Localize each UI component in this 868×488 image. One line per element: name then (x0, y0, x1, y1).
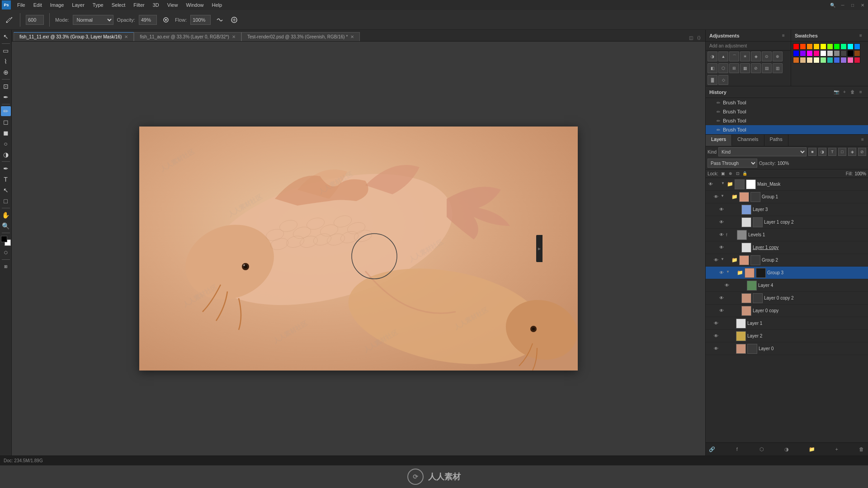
select-color-adj[interactable]: ◇ (718, 75, 728, 85)
eye-group3[interactable]: 👁 (718, 270, 725, 276)
zoom-tool[interactable]: 🔍 (1, 221, 11, 231)
swatch-green[interactable] (834, 43, 840, 50)
levels-adj[interactable]: ▲ (718, 52, 728, 61)
menu-image[interactable]: Image (47, 1, 68, 9)
swatch-purple[interactable] (840, 57, 847, 63)
invert-adj[interactable]: ⊘ (751, 63, 761, 73)
eyedropper-tool[interactable]: ✒ (1, 92, 11, 102)
filter-smart-icon[interactable]: ◈ (848, 148, 856, 156)
mode-select[interactable]: Normal Multiply Screen Overlay (73, 15, 113, 25)
tab-2-close[interactable]: ✕ (232, 34, 236, 39)
swatch-green-cyan[interactable] (840, 43, 847, 50)
history-delete-icon[interactable]: 🗑 (849, 89, 856, 96)
add-style-icon[interactable]: f (732, 445, 741, 454)
new-layer-icon[interactable]: + (832, 445, 841, 454)
filter-toggle[interactable]: ⊘ (858, 148, 866, 156)
photo-filter-adj[interactable]: ⬡ (718, 63, 728, 73)
swatch-gray[interactable] (834, 50, 840, 56)
minimize-icon[interactable]: ─ (839, 1, 846, 9)
menu-type[interactable]: Type (89, 1, 107, 9)
history-snapshot-icon[interactable]: 📷 (833, 89, 840, 96)
expand-main-mask[interactable]: ▼ (721, 181, 726, 188)
lock-artboard-icon[interactable]: ⊡ (735, 170, 741, 177)
channel-mix-adj[interactable]: ⊞ (729, 63, 739, 73)
tab-3-close[interactable]: ✕ (350, 34, 354, 39)
layer-l1copy[interactable]: 👁 Layer 1 copy (706, 241, 868, 254)
flow-input[interactable] (190, 15, 211, 25)
filter-shape-icon[interactable]: □ (838, 148, 846, 156)
link-layers-icon[interactable]: 🔗 (708, 445, 717, 454)
adj-settings-icon[interactable]: ≡ (780, 32, 787, 39)
colorbal-adj[interactable]: ⊕ (773, 52, 783, 61)
new-group-icon[interactable]: 📁 (807, 445, 816, 454)
fill-value[interactable]: 100% (854, 171, 866, 176)
menu-file[interactable]: File (14, 1, 29, 9)
tab-1-close[interactable]: ✕ (124, 34, 128, 39)
dodge-tool[interactable]: ◑ (1, 150, 11, 160)
eye-group1[interactable]: 👁 (713, 194, 719, 200)
expand-icon[interactable]: ⟨⟩ (695, 34, 703, 41)
layer-layer3[interactable]: 👁 Layer 3 (706, 203, 868, 216)
swatch-lemon[interactable] (813, 57, 820, 63)
swatch-orange-red[interactable] (800, 43, 806, 50)
color-picker[interactable] (1, 236, 11, 246)
swatch-violet[interactable] (800, 50, 806, 56)
hand-tool[interactable]: ✋ (1, 210, 11, 220)
swatch-black[interactable] (847, 50, 854, 56)
eye-group2[interactable]: 👁 (713, 257, 719, 263)
lock-position-icon[interactable]: ⊕ (727, 170, 734, 177)
kind-select[interactable]: Kind (718, 147, 807, 156)
eye-layer3[interactable]: 👁 (718, 206, 725, 213)
move-tool[interactable]: ↖ (1, 32, 11, 42)
pen-tool[interactable]: ✒ (1, 164, 11, 174)
swatch-royal-blue[interactable] (834, 57, 840, 63)
swatch-chocolate[interactable] (793, 57, 799, 63)
swatch-crimson[interactable] (854, 57, 860, 63)
airbrush-toggle[interactable] (160, 14, 171, 25)
hue-adj[interactable]: ⊙ (762, 52, 772, 61)
swatch-light-green[interactable] (820, 57, 826, 63)
menu-select[interactable]: Select (108, 1, 129, 9)
blur-tool[interactable]: ○ (1, 139, 11, 149)
tab-3[interactable]: Test-render02.psd @ 33.3% (Greenish, RGB… (241, 32, 360, 41)
layer-main-mask[interactable]: 👁 ▼ 📁 Main_Mask (706, 178, 868, 191)
tab-2[interactable]: fish_11_ao.exr @ 33.3% (Layer 0, RGB/32*… (134, 32, 241, 41)
filter-pixel-icon[interactable]: ■ (808, 148, 816, 156)
filter-adj-icon[interactable]: ◑ (818, 148, 826, 156)
maximize-icon[interactable]: □ (849, 1, 856, 9)
swatch-wheat[interactable] (807, 57, 813, 63)
swatch-burlywood[interactable] (800, 57, 806, 63)
swatch-red[interactable] (793, 43, 799, 50)
menu-view[interactable]: View (164, 1, 182, 9)
layer-group1[interactable]: 👁 ▼ 📁 Group 1 (706, 191, 868, 203)
menu-layer[interactable]: Layer (68, 1, 88, 9)
marquee-tool[interactable]: ▭ (1, 46, 11, 56)
exposure-adj[interactable]: ☀ (740, 52, 750, 61)
text-tool[interactable]: T (1, 174, 11, 184)
layer-layer4[interactable]: 👁 Layer 4 (706, 279, 868, 292)
layer-layer1[interactable]: 👁 Layer 1 (706, 317, 868, 330)
eye-l0copy[interactable]: 👁 (718, 308, 725, 314)
filter-type-icon[interactable]: T (828, 148, 836, 156)
vibrance-adj[interactable]: ◈ (751, 52, 761, 61)
swatches-menu-icon[interactable]: ≡ (857, 32, 864, 39)
swatch-yellow-orange[interactable] (813, 43, 820, 50)
layers-menu-icon[interactable]: ≡ (859, 136, 866, 143)
expand-group2[interactable]: ▼ (721, 257, 725, 263)
layer-l0copy[interactable]: 👁 Layer 0 copy (706, 305, 868, 317)
history-item-3[interactable]: ✏ Brush Tool (706, 116, 868, 125)
layer-levels1[interactable]: 👁 f Levels 1 (706, 229, 868, 241)
history-item-2[interactable]: ✏ Brush Tool (706, 107, 868, 116)
history-item-1[interactable]: ✏ Brush Tool (706, 98, 868, 107)
blend-mode-select[interactable]: Pass Through Normal Multiply Screen Over… (708, 159, 757, 168)
menu-edit[interactable]: Edit (30, 1, 46, 9)
eye-layer1[interactable]: 👁 (713, 320, 719, 327)
eraser-tool[interactable]: ◻ (1, 117, 11, 127)
quick-mask-toggle[interactable]: ⬡ (1, 248, 11, 258)
posterize-adj[interactable]: ▤ (762, 63, 772, 73)
add-mask-icon[interactable]: ⬡ (757, 445, 766, 454)
bw-adj[interactable]: ◧ (708, 63, 717, 73)
swatch-cyan[interactable] (847, 43, 854, 50)
expand-group1[interactable]: ▼ (721, 194, 725, 200)
tab-layers[interactable]: Layers (706, 135, 732, 146)
